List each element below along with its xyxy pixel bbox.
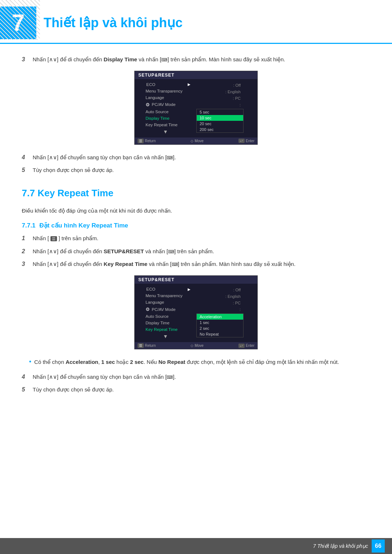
step-4-display: 4 Nhấn [∧∨] để chuyển sang tùy chọn bạn … <box>22 153 370 162</box>
menu2-scroll: ▼ <box>138 333 193 340</box>
step-number-5: 5 <box>22 165 33 175</box>
menu2-autosource: Auto Source <box>138 313 193 320</box>
step-5-krt-text: Tùy chọn được chọn sẽ được áp. <box>33 385 370 394</box>
step-1-krt: 1 Nhấn [ ☰ ] trên sản phẩm. <box>22 234 370 243</box>
menu2-dropdown: Acceleration 1 sec 2 sec No Repeat <box>196 313 244 337</box>
footer-chapter-ref: 7 Thiết lập và khôi phục <box>313 543 368 549</box>
menu2-keyrepeat: Key Repeat Time <box>138 326 193 333</box>
menu2-right: : Off : English : PC : Acceleration 1 se… <box>196 286 244 340</box>
step-5-text: Tùy chọn được chọn sẽ được áp. <box>33 165 370 175</box>
menu2-option-accel: Acceleration <box>197 314 243 320</box>
header-background <box>0 0 40 40</box>
section-77-description: Điều khiển tốc độ đáp ứng của một nút kh… <box>22 206 370 216</box>
chapter-header: 7 Thiết lập và khôi phục <box>0 0 392 44</box>
section-77-number: 7.7 <box>22 188 35 198</box>
footer-page-number: 66 <box>372 539 385 553</box>
menu2-pcav: ⚙ PC/AV Mode <box>138 305 193 313</box>
step-2-krt-text: Nhấn [∧∨] để di chuyển đến SETUP&RESET v… <box>33 247 370 256</box>
menu1-language: Language <box>138 94 193 101</box>
menu2-displaytime: Display Time <box>138 320 193 326</box>
menu1-eco: ECO ▶ <box>138 81 193 88</box>
menu2-option-norepeat: No Repeat <box>197 331 243 337</box>
menu2-option-2sec: 2 sec <box>197 325 243 331</box>
gear-icon: ⚙ <box>146 102 150 107</box>
menu1-body: ECO ▶ Menu Transparency Language ⚙ PC/AV… <box>135 79 257 138</box>
section-77-title: Key Repeat Time <box>37 188 113 198</box>
step-3-krt: 3 Nhấn [∧∨] để di chuyển đến Key Repeat … <box>22 259 370 269</box>
gear-icon-2: ⚙ <box>146 307 150 312</box>
menu2-left: ECO ▶ Menu Transparency Language ⚙ PC/AV… <box>135 286 196 340</box>
monitor-menu-1: SETUP&RESET ECO ▶ Menu Transparency Lang… <box>134 71 258 145</box>
step-text: Nhấn [∧∨] để di chuyển đến Display Time … <box>33 55 370 64</box>
step-number: 3 <box>22 55 33 64</box>
chapter-title: Thiết lập và khôi phục <box>44 15 183 30</box>
step-4-krt: 4 Nhấn [∧∨] để chuyển sang tùy chọn bạn … <box>22 372 370 382</box>
step-number-3: 3 <box>22 259 33 269</box>
bullet-dot: • <box>29 357 31 367</box>
menu2-transparency: Menu Transparency <box>138 292 193 299</box>
step-number-5-krt: 5 <box>22 385 33 394</box>
menu1-right: : Off : English : PC : 5 sec 10 sec 20 s… <box>196 81 244 135</box>
step-number-4: 4 <box>22 153 33 162</box>
menu1-option-20sec: 20 sec <box>197 121 243 127</box>
bullet-text: Có thể chọn Acceleration, 1 sec hoặc 2 s… <box>34 357 339 367</box>
step-5-display: 5 Tùy chọn được chọn sẽ được áp. <box>22 165 370 175</box>
menu1-scroll: ▼ <box>138 128 193 135</box>
menu2-body: ECO ▶ Menu Transparency Language ⚙ PC/AV… <box>135 284 257 342</box>
bullet-item-1: • Có thể chọn Acceleration, 1 sec hoặc 2… <box>29 357 370 367</box>
menu2-footer: ☰ Return ◇ Move ⮐ Enter <box>135 342 257 349</box>
subsection-771-heading: 7.7.1 Đặt cấu hình Key Repeat Time <box>22 222 370 229</box>
menu1-footer: ☰ Return ◇ Move ⮐ Enter <box>135 138 257 144</box>
menu2-container: SETUP&RESET ECO ▶ Menu Transparency Lang… <box>22 275 370 349</box>
menu1-option-10sec: 10 sec <box>197 115 243 121</box>
menu2-header: SETUP&RESET <box>135 276 257 284</box>
menu2-eco: ECO ▶ <box>138 286 193 292</box>
step-4-text: Nhấn [∧∨] để chuyển sang tùy chọn bạn cầ… <box>33 153 370 162</box>
menu2-language: Language <box>138 299 193 305</box>
subsection-771-title: Đặt cấu hình Key Repeat Time <box>40 222 128 229</box>
subsection-771-number: 7.7.1 <box>22 222 36 229</box>
menu1-pcav: ⚙ PC/AV Mode <box>138 101 193 108</box>
bullet-list: • Có thể chọn Acceleration, 1 sec hoặc 2… <box>29 357 370 367</box>
step-4-krt-text: Nhấn [∧∨] để chuyển sang tùy chọn bạn cầ… <box>33 372 370 382</box>
step-1-krt-text: Nhấn [ ☰ ] trên sản phẩm. <box>33 234 370 243</box>
step-2-krt: 2 Nhấn [∧∨] để di chuyển đến SETUP&RESET… <box>22 247 370 256</box>
menu1-autosource: Auto Source <box>138 108 193 115</box>
step-number-1: 1 <box>22 234 33 243</box>
step-3-display: 3 Nhấn [∧∨] để di chuyển đến Display Tim… <box>22 55 370 64</box>
menu1-option-200sec: 200 sec <box>197 127 243 132</box>
menu1-dropdown: 5 sec 10 sec 20 sec 200 sec <box>196 109 244 133</box>
menu1-header: SETUP&RESET <box>135 71 257 79</box>
main-content: 3 Nhấn [∧∨] để di chuyển đến Display Tim… <box>0 55 392 420</box>
section-77-heading: 7.7 Key Repeat Time <box>22 188 370 201</box>
menu1-left: ECO ▶ Menu Transparency Language ⚙ PC/AV… <box>135 81 196 135</box>
step-5-krt: 5 Tùy chọn được chọn sẽ được áp. <box>22 385 370 394</box>
page-footer: 7 Thiết lập và khôi phục 66 <box>0 538 392 554</box>
step-number-2: 2 <box>22 247 33 256</box>
monitor-menu-2: SETUP&RESET ECO ▶ Menu Transparency Lang… <box>134 275 258 349</box>
menu1-transparency: Menu Transparency <box>138 88 193 94</box>
menu1-keyrepeat: Key Repeat Time <box>138 122 193 128</box>
step-number-4-krt: 4 <box>22 372 33 382</box>
menu1-option-5sec: 5 sec <box>197 109 243 115</box>
menu2-option-1sec: 1 sec <box>197 320 243 325</box>
menu1-displaytime: Display Time <box>138 115 193 122</box>
step-3-krt-text: Nhấn [∧∨] để di chuyển đến Key Repeat Ti… <box>33 259 370 269</box>
menu1-container: SETUP&RESET ECO ▶ Menu Transparency Lang… <box>22 71 370 145</box>
